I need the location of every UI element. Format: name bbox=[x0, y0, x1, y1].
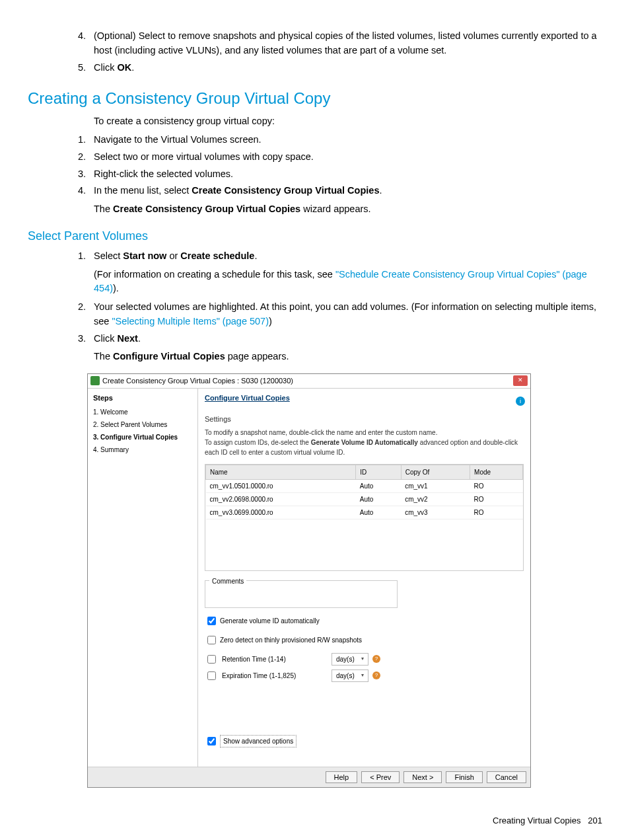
cell-name: cm_vv2.0698.0000.ro bbox=[206, 492, 356, 506]
col-copyof[interactable]: Copy Of bbox=[401, 465, 470, 479]
cancel-button[interactable]: Cancel bbox=[487, 771, 526, 783]
expiration-unit-dropdown[interactable]: day(s) bbox=[332, 669, 368, 682]
cell-id: Auto bbox=[356, 492, 401, 506]
cell-mode: RO bbox=[470, 506, 523, 519]
table-row[interactable]: cm_vv1.0501.0000.roAutocm_vv1RO bbox=[206, 479, 523, 492]
prev-button[interactable]: < Prev bbox=[361, 771, 400, 783]
link-selecting[interactable]: "Selecting Multiple Items" (page 507) bbox=[112, 316, 269, 326]
list-item: 1.Navigate to the Virtual Volumes screen… bbox=[94, 133, 602, 147]
wizard-step-configure[interactable]: 3. Configure Virtual Copies bbox=[93, 432, 192, 442]
step-text: . bbox=[131, 62, 134, 73]
app-icon bbox=[90, 376, 100, 385]
step-marker: 5. bbox=[66, 61, 86, 75]
cell-copyof: cm_vv3 bbox=[401, 506, 470, 519]
info-icon[interactable]: i bbox=[516, 397, 525, 406]
wizard-sidebar: Steps 1. Welcome 2. Select Parent Volume… bbox=[88, 389, 198, 767]
list-item: 2. Your selected volumes are highlighted… bbox=[94, 300, 602, 329]
help-button[interactable]: Help bbox=[326, 771, 358, 783]
checkbox-retention[interactable] bbox=[207, 655, 216, 664]
settings-help: To modify a snapshot name, double-click … bbox=[205, 428, 524, 457]
step-bold: OK bbox=[117, 62, 131, 73]
comments-label: Comments bbox=[209, 578, 246, 585]
checkbox-input[interactable] bbox=[207, 636, 216, 644]
step-marker: 4. bbox=[66, 29, 86, 44]
steps-heading: Steps bbox=[93, 393, 192, 404]
checkbox-input[interactable] bbox=[207, 737, 216, 745]
cell-mode: RO bbox=[470, 479, 523, 492]
step-4: 4. (Optional) Select to remove snapshots… bbox=[94, 29, 602, 58]
wizard-main: Configure Virtual Copies i Settings To m… bbox=[198, 389, 530, 767]
section-heading: Creating a Consistency Group Virtual Cop… bbox=[28, 87, 602, 110]
row-retention: Retention Time (1-14) day(s) ? bbox=[205, 653, 524, 666]
cell-name: cm_vv1.0501.0000.ro bbox=[206, 479, 356, 492]
col-id[interactable]: ID bbox=[356, 465, 401, 479]
cell-copyof: cm_vv1 bbox=[401, 479, 470, 492]
col-mode[interactable]: Mode bbox=[470, 465, 523, 479]
volumes-table: Name ID Copy Of Mode cm_vv1.0501.0000.ro… bbox=[205, 464, 524, 571]
cell-name: cm_vv3.0699.0000.ro bbox=[206, 506, 356, 519]
wizard-titlebar: Create Consistency Group Virtual Copies … bbox=[88, 374, 530, 389]
next-button[interactable]: Next > bbox=[403, 771, 442, 783]
page-footer: Creating Virtual Copies 201 bbox=[28, 814, 602, 827]
comments-field[interactable]: Comments bbox=[205, 580, 398, 608]
checkbox-generate-id[interactable]: Generate volume ID automatically bbox=[205, 615, 524, 627]
list-item: 4. In the menu list, select Create Consi… bbox=[94, 184, 602, 217]
close-icon[interactable]: ✕ bbox=[513, 375, 528, 386]
wizard-footer: Help < Prev Next > Finish Cancel bbox=[88, 767, 530, 787]
cell-id: Auto bbox=[356, 479, 401, 492]
help-icon[interactable]: ? bbox=[372, 671, 380, 679]
intro-text: To create a consistency group virtual co… bbox=[28, 114, 602, 129]
step-5: 5. Click OK. bbox=[94, 61, 602, 75]
subsection-heading: Select Parent Volumes bbox=[28, 227, 602, 245]
wizard-step-select-parent[interactable]: 2. Select Parent Volumes bbox=[93, 420, 192, 430]
col-name[interactable]: Name bbox=[206, 465, 356, 479]
retention-unit-dropdown[interactable]: day(s) bbox=[332, 653, 368, 666]
list-item: 3.Right-click the selected volumes. bbox=[94, 167, 602, 182]
checkbox-zero-detect[interactable]: Zero detect on thinly provisioned R/W sn… bbox=[205, 634, 524, 646]
checkbox-expiration[interactable] bbox=[207, 671, 216, 680]
cell-mode: RO bbox=[470, 492, 523, 506]
list-item: 1. Select Start now or Create schedule. … bbox=[94, 249, 602, 296]
finish-button[interactable]: Finish bbox=[446, 771, 482, 783]
wizard-step-summary[interactable]: 4. Summary bbox=[93, 445, 192, 455]
settings-label: Settings bbox=[205, 414, 524, 425]
sub-paragraph: The Create Consistency Group Virtual Cop… bbox=[94, 202, 602, 217]
wizard-step-welcome[interactable]: 1. Welcome bbox=[93, 407, 192, 417]
step-text: (Optional) Select to remove snapshots an… bbox=[94, 30, 597, 56]
checkbox-input[interactable] bbox=[207, 617, 216, 625]
help-icon[interactable]: ? bbox=[372, 655, 380, 663]
row-expiration: Expiration Time (1-1,825) day(s) ? bbox=[205, 669, 524, 682]
cell-id: Auto bbox=[356, 506, 401, 519]
table-row[interactable]: cm_vv2.0698.0000.roAutocm_vv2RO bbox=[206, 492, 523, 506]
wizard-title: Create Consistency Group Virtual Copies … bbox=[102, 375, 513, 387]
cell-copyof: cm_vv2 bbox=[401, 492, 470, 506]
list-item: 2.Select two or more virtual volumes wit… bbox=[94, 150, 602, 165]
checkbox-advanced[interactable]: Show advanced options bbox=[205, 735, 524, 747]
wizard-page-title: Configure Virtual Copies bbox=[205, 393, 524, 404]
step-text: Click bbox=[94, 62, 117, 73]
list-item: 3. Click Next. The Configure Virtual Cop… bbox=[94, 332, 602, 365]
wizard-dialog: Create Consistency Group Virtual Copies … bbox=[87, 373, 531, 788]
table-row[interactable]: cm_vv3.0699.0000.roAutocm_vv3RO bbox=[206, 506, 523, 519]
